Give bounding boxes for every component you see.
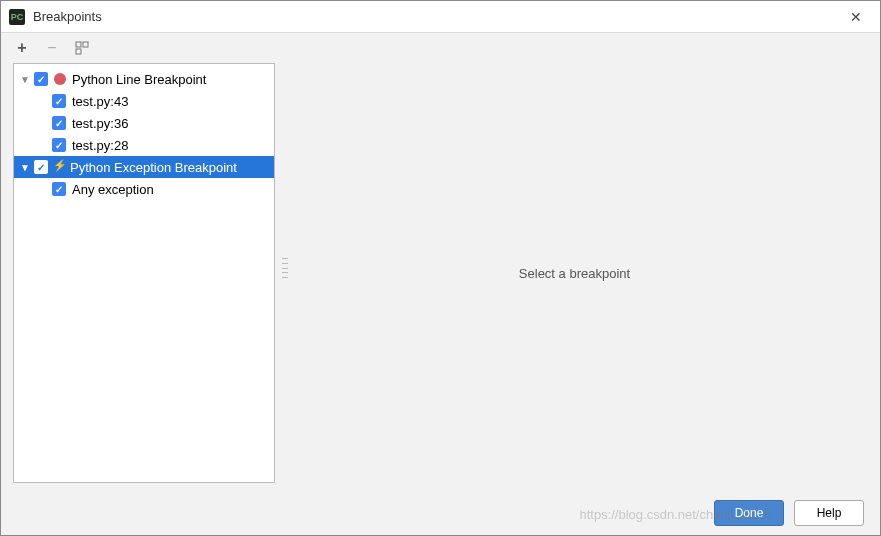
breakpoint-tree[interactable]: ▼ Python Line Breakpoint test.py:43 test…	[13, 63, 275, 483]
tree-item-label: test.py:36	[72, 116, 274, 131]
split-drag-handle[interactable]	[282, 258, 288, 278]
tree-group-label: Python Line Breakpoint	[72, 72, 274, 87]
tree-item-label: test.py:28	[72, 138, 274, 153]
breakpoints-dialog: PC Breakpoints ✕ + − ▼ Python Line Break…	[0, 0, 881, 536]
tree-item[interactable]: Any exception	[14, 178, 274, 200]
chevron-down-icon[interactable]: ▼	[20, 74, 34, 85]
app-icon: PC	[9, 9, 25, 25]
close-icon[interactable]: ✕	[840, 9, 872, 25]
toolbar: + −	[1, 33, 880, 63]
content-area: ▼ Python Line Breakpoint test.py:43 test…	[1, 63, 880, 491]
detail-panel: Select a breakpoint	[281, 63, 868, 483]
titlebar: PC Breakpoints ✕	[1, 1, 880, 33]
tree-group-label: Python Exception Breakpoint	[70, 160, 274, 175]
exception-lightning-icon	[54, 162, 64, 172]
checkbox[interactable]	[34, 72, 48, 86]
done-button[interactable]: Done	[714, 500, 784, 526]
breakpoint-circle-icon	[54, 73, 66, 85]
add-breakpoint-button[interactable]: +	[13, 39, 31, 57]
svg-rect-2	[76, 49, 81, 54]
group-by-button[interactable]	[73, 39, 91, 57]
tree-item[interactable]: test.py:43	[14, 90, 274, 112]
checkbox[interactable]	[52, 116, 66, 130]
tree-group-exception-breakpoint[interactable]: ▼ Python Exception Breakpoint	[14, 156, 274, 178]
checkbox[interactable]	[52, 138, 66, 152]
checkbox[interactable]	[52, 182, 66, 196]
window-title: Breakpoints	[33, 9, 840, 24]
placeholder-text: Select a breakpoint	[519, 266, 630, 281]
tree-group-line-breakpoint[interactable]: ▼ Python Line Breakpoint	[14, 68, 274, 90]
help-button[interactable]: Help	[794, 500, 864, 526]
checkbox[interactable]	[52, 94, 66, 108]
svg-rect-1	[83, 42, 88, 47]
chevron-down-icon[interactable]: ▼	[20, 162, 34, 173]
remove-breakpoint-button[interactable]: −	[43, 39, 61, 57]
checkbox[interactable]	[34, 160, 48, 174]
tree-item[interactable]: test.py:28	[14, 134, 274, 156]
svg-rect-0	[76, 42, 81, 47]
tree-item-label: Any exception	[72, 182, 274, 197]
tree-item[interactable]: test.py:36	[14, 112, 274, 134]
tree-item-label: test.py:43	[72, 94, 274, 109]
dialog-footer: Done Help	[1, 491, 880, 535]
